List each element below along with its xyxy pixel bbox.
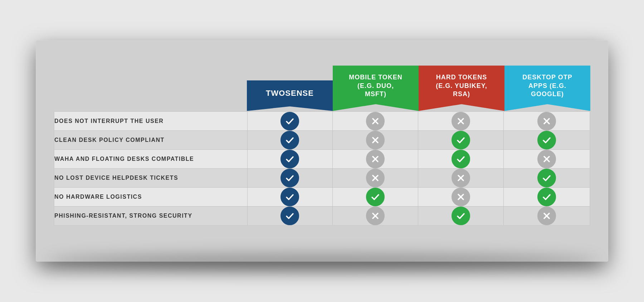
row-label: CLEAN DESK POLICY COMPLIANT — [54, 130, 247, 149]
cross-gray-icon — [537, 207, 556, 225]
icon-cell-row4-col4 — [504, 187, 590, 206]
comparison-table: DOES NOT INTERRUPT THE USER CLEAN DESK P… — [54, 111, 590, 226]
banner-twosense: TWOSENSE — [247, 80, 333, 111]
cross-gray-icon — [537, 112, 556, 130]
icon-cell-row1-col2 — [333, 130, 418, 149]
check-dark-icon — [280, 207, 299, 225]
row-label: DOES NOT INTERRUPT THE USER — [54, 112, 247, 131]
row-label: WAHA AND FLOATING DESKS COMPATIBLE — [54, 149, 247, 168]
banner-hard: HARD TOKENS (E.G. YUBIKEY, RSA) — [419, 65, 504, 111]
icon-cell-row4-col3 — [418, 187, 504, 206]
banner-desktop: DESKTOP OTP APPS (E.G. GOOGLE) — [504, 65, 590, 111]
banner-hard-line1: HARD TOKENS — [436, 74, 487, 81]
cross-gray-icon — [366, 131, 385, 149]
check-dark-icon — [280, 188, 299, 206]
icon-cell-row3-col2 — [333, 168, 418, 187]
check-dark-icon — [280, 131, 299, 149]
icon-cell-row1-col3 — [418, 130, 504, 149]
header-col-desktop: DESKTOP OTP APPS (E.G. GOOGLE) — [504, 65, 590, 111]
icon-cell-row0-col3 — [418, 112, 504, 131]
check-dark-icon — [280, 169, 299, 187]
cross-gray-icon — [452, 188, 470, 206]
icon-cell-row5-col3 — [418, 206, 504, 226]
banner-mobile: MOBILE TOKEN (E.G. DUO, MSFT) — [333, 65, 419, 111]
cross-gray-icon — [366, 112, 385, 130]
header-col-hard: HARD TOKENS (E.G. YUBIKEY, RSA) — [419, 65, 504, 111]
cross-gray-icon — [452, 112, 470, 130]
icon-cell-row3-col3 — [418, 168, 504, 187]
icon-cell-row2-col3 — [418, 149, 504, 168]
cross-gray-icon — [366, 150, 385, 168]
table-wrapper: TWOSENSE MOBILE TOKEN (E.G. DUO, MSFT) H… — [54, 65, 590, 226]
check-dark-icon — [280, 150, 299, 168]
row-label: NO HARDWARE LOGISTICS — [54, 187, 247, 206]
cross-gray-icon — [366, 169, 385, 187]
icon-cell-row3-col4 — [504, 168, 590, 187]
banner-desktop-line3: GOOGLE) — [531, 90, 564, 98]
row-label: PHISHING-RESISTANT, STRONG SECURITY — [54, 206, 247, 226]
check-green-icon — [366, 188, 385, 206]
icon-cell-row2-col4 — [504, 149, 590, 168]
icon-cell-row2-col2 — [333, 149, 418, 168]
icon-cell-row0-col1 — [247, 112, 333, 131]
banner-mobile-line2: (E.G. DUO, — [357, 82, 394, 89]
icon-cell-row2-col1 — [247, 149, 333, 168]
banner-hard-line2: (E.G. YUBIKEY, — [436, 82, 487, 89]
icon-cell-row0-col2 — [333, 112, 418, 131]
icon-cell-row3-col1 — [247, 168, 333, 187]
table-row: NO LOST DEVICE HELPDESK TICKETS — [54, 168, 590, 187]
icon-cell-row5-col4 — [504, 206, 590, 226]
banner-twosense-label: TWOSENSE — [266, 89, 314, 98]
check-green-icon — [537, 188, 556, 206]
cross-gray-icon — [452, 169, 470, 187]
check-dark-icon — [280, 112, 299, 130]
row-label: NO LOST DEVICE HELPDESK TICKETS — [54, 168, 247, 187]
icon-cell-row1-col1 — [247, 130, 333, 149]
icon-cell-row4-col1 — [247, 187, 333, 206]
table-row: PHISHING-RESISTANT, STRONG SECURITY — [54, 206, 590, 226]
check-green-icon — [452, 131, 470, 149]
banner-desktop-line2: APPS (E.G. — [528, 82, 566, 89]
comparison-page: TWOSENSE MOBILE TOKEN (E.G. DUO, MSFT) H… — [36, 40, 608, 261]
header-col-twosense: TWOSENSE — [247, 80, 333, 111]
check-green-icon — [452, 207, 470, 225]
check-green-icon — [537, 169, 556, 187]
banner-mobile-line3: MSFT) — [365, 90, 386, 98]
table-row: DOES NOT INTERRUPT THE USER — [54, 112, 590, 131]
banner-desktop-line1: DESKTOP OTP — [522, 74, 572, 81]
banner-mobile-line1: MOBILE TOKEN — [349, 74, 402, 81]
banner-hard-line3: RSA) — [453, 90, 470, 98]
table-row: WAHA AND FLOATING DESKS COMPATIBLE — [54, 149, 590, 168]
check-green-icon — [537, 131, 556, 149]
table-row: NO HARDWARE LOGISTICS — [54, 187, 590, 206]
icon-cell-row5-col2 — [333, 206, 418, 226]
header-row: TWOSENSE MOBILE TOKEN (E.G. DUO, MSFT) H… — [54, 65, 590, 111]
icon-cell-row5-col1 — [247, 206, 333, 226]
table-row: CLEAN DESK POLICY COMPLIANT — [54, 130, 590, 149]
check-green-icon — [452, 150, 470, 168]
cross-gray-icon — [537, 150, 556, 168]
icon-cell-row1-col4 — [504, 130, 590, 149]
cross-gray-icon — [366, 207, 385, 225]
icon-cell-row0-col4 — [504, 112, 590, 131]
icon-cell-row4-col2 — [333, 187, 418, 206]
header-col-mobile: MOBILE TOKEN (E.G. DUO, MSFT) — [333, 65, 419, 111]
